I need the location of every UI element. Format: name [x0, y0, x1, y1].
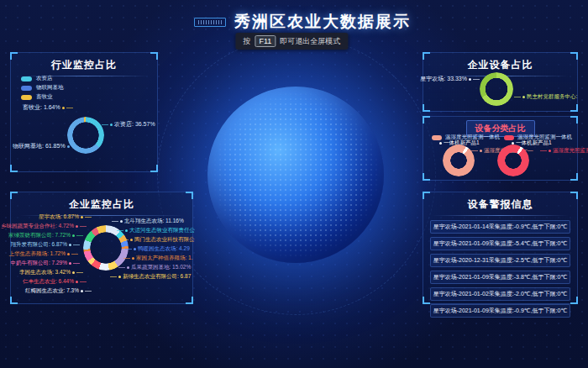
alarm-row: 星宇农场-2020-12-31采集温度:-2.5℃,低于下限:0℃: [430, 254, 570, 267]
class-donut-left[interactable]: [443, 145, 475, 176]
callout-dot: [120, 220, 123, 223]
callout-line: [76, 235, 83, 236]
callout-label: 鸭暖园生态农场: 4.29: [138, 245, 190, 253]
callout-label: 星宇农场: 33.33%: [420, 75, 467, 83]
callout-dot: [69, 262, 71, 265]
callout-line: [110, 276, 117, 277]
callout-dot: [127, 266, 129, 269]
industry-legend: 农资店 物联网基地 畜牧业: [21, 74, 64, 102]
callout-dot: [522, 96, 525, 98]
callout-line: [85, 217, 92, 218]
callout: 大运河生态牧业有限责任公: [117, 227, 195, 234]
callout-dot: [81, 216, 83, 218]
callout-line: [471, 150, 478, 151]
callout: 北斗翔生态农场: 11.16%: [112, 218, 184, 225]
legend-label: 农资店: [36, 75, 53, 82]
legend-label: 物联网基地: [36, 84, 64, 92]
legend-item[interactable]: 物联网基地: [21, 83, 64, 92]
alarm-list: 星宇农场-2021-01-14采集温度:-0.9℃,低于下限:0℃ 星宇农场-2…: [423, 220, 577, 318]
alarm-row: 星宇农场-2021-01-09采集温度:-0.9℃,低于下限:0℃: [430, 304, 570, 318]
callout: 瓜果蔬菜园基地: 15.02%: [118, 264, 191, 271]
device-donut-chart[interactable]: [480, 72, 513, 106]
callout-dot: [72, 234, 75, 237]
callout-dot: [480, 150, 482, 152]
callout-line: [76, 272, 83, 273]
callout-line: [112, 221, 118, 222]
callout-label: 李园生态农场: 3.42%: [19, 269, 71, 276]
alarm-row: 星宇农场-2021-01-09采集温度:-5.4℃,低于下限:0℃: [430, 237, 570, 250]
callout: 家绿茶纺有限公司: 7.72%: [8, 232, 83, 239]
callout: 星宇农场: 6.87%: [39, 213, 92, 221]
callout-line: [71, 254, 78, 255]
callout-label: 乡味园蔬菜专业合作社: 4.72%: [1, 223, 74, 230]
callout: 星宇农场: 33.33%: [420, 75, 480, 83]
callout-line: [71, 146, 78, 147]
callout-line: [85, 291, 92, 292]
callout-line: [80, 281, 87, 282]
callout: 翔升发有限公司: 6.87%: [10, 241, 80, 249]
callout: 民主村党群服务中心:: [514, 93, 577, 101]
callout: 物联网基地: 61.85%: [13, 142, 78, 150]
callout-label: 民主村党群服务中心:: [527, 93, 577, 101]
globe-graphic: [207, 87, 384, 263]
callout-dot: [76, 281, 78, 283]
hint-suffix: 即可退出全屏模式: [280, 36, 340, 47]
callout: 陶门生态农业科技有限公: [122, 236, 195, 244]
callout-dot: [130, 239, 133, 241]
dashboard-root: 秀洲区农业大数据展示 按 F11 即可退出全屏模式 行业监控占比 农资店 物联网…: [0, 0, 588, 368]
callout-label: 仁丰生态农业: 6.44%: [23, 278, 74, 286]
callout: 畜牧业: 1.64%: [23, 103, 73, 112]
callout: 温湿度光照监测一—: [540, 147, 588, 155]
callout-line: [73, 263, 80, 264]
panel-alarm-info: 设备警报信息 星宇农场-2021-01-14采集温度:-0.9℃,低于下限:0℃…: [423, 192, 578, 304]
callout: 红梅园生态农业: 7.3%: [25, 287, 92, 295]
callout-dot: [469, 78, 471, 81]
callout-line: [122, 239, 129, 240]
callout-dot: [67, 253, 70, 255]
class-donut-right[interactable]: [497, 145, 529, 176]
callout-line: [73, 244, 80, 245]
callout-label: 北斗翔生态农场: 11.16%: [124, 218, 184, 225]
panel-enterprise-monitor: 企业监控占比 星宇农场: 6.87% 乡味园蔬菜专业合作社: 4.72% 家绿茶…: [10, 192, 193, 304]
alarm-row: 星宇农场-2021-01-09采集温度:-3.8℃,低于下限:0℃: [430, 271, 570, 284]
legend-swatch: [21, 76, 32, 81]
fullscreen-hint: 按 F11 即可退出全屏模式: [235, 33, 348, 50]
callout-line: [473, 79, 480, 80]
panel-title: 企业设备占比: [423, 53, 577, 72]
legend-swatch: [21, 95, 32, 100]
callout: 农资店: 36.57%: [102, 120, 155, 129]
callout-line: [117, 230, 123, 231]
callout-label: 中奶牛有限公司: 7.29%: [10, 260, 67, 267]
callout: 上华生态养殖场: 1.72%: [8, 250, 78, 258]
panel-title: 行业监控占比: [11, 53, 157, 72]
header: 秀洲区农业大数据展示: [8, 11, 588, 33]
hint-prefix: 按: [243, 36, 250, 47]
panel-title: 企业监控占比: [11, 192, 192, 212]
callout-label: 家园太产种值养殖场: 1.: [136, 255, 193, 262]
callout-dot: [439, 142, 442, 145]
f11-keycap: F11: [255, 35, 276, 47]
panel-device-class: 设备分类占比 温湿度光照监测一体机 一体机新产品1 温湿度光照监测一— 温湿度光…: [423, 116, 578, 181]
callout-line: [80, 226, 87, 227]
callout-label: 家绿茶纺有限公司: 7.72%: [8, 232, 71, 239]
callout: 李园生态农场: 3.42%: [19, 269, 83, 276]
callout-line: [125, 249, 132, 250]
callout-label: 温湿度光照监测一—: [553, 147, 588, 155]
legend-item[interactable]: 畜牧业: [21, 92, 64, 102]
callout-label: 农资店: 36.57%: [114, 120, 155, 129]
legend-item[interactable]: 农资店: [21, 74, 64, 83]
callout-label: 瓜果蔬菜园基地: 15.02%: [131, 264, 191, 271]
callout-label: 新绿生态农业有限公司: 6.87: [123, 273, 191, 281]
callout: 中奶牛有限公司: 7.29%: [10, 260, 80, 267]
alarm-row: 星宇农场-2021-01-02采集温度:-2.0℃,低于下限:0℃: [430, 287, 570, 301]
callout-dot: [76, 225, 78, 228]
callout-dot: [549, 150, 551, 152]
legend-label: 畜牧业: [36, 93, 53, 101]
callout-dot: [81, 290, 83, 292]
logo-badge: [194, 18, 226, 27]
title-divider: [432, 215, 569, 216]
callout: 仁丰生态农业: 6.44%: [23, 278, 87, 286]
alarm-row: 星宇农场-2021-01-14采集温度:-0.9℃,低于下限:0℃: [430, 220, 570, 234]
callout-dot: [67, 145, 70, 148]
callout-label: 翔升发有限公司: 6.87%: [10, 241, 67, 249]
